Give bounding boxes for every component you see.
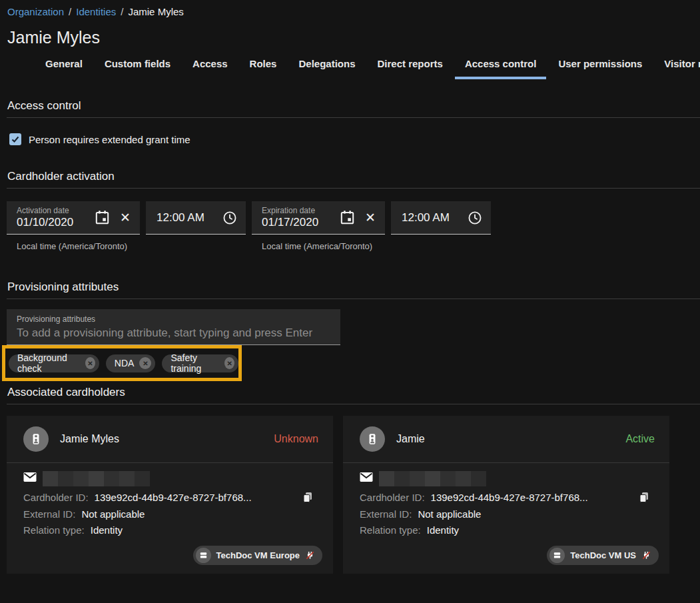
cardholder-id-row: Cardholder ID: 139e92cd-44b9-427e-8727-b… bbox=[23, 490, 318, 506]
chip-remove-icon[interactable]: ✕ bbox=[139, 357, 151, 369]
activation-timezone-note: Local time (America/Toronto) bbox=[17, 241, 246, 251]
server-badge[interactable]: TechDoc VM US bbox=[547, 546, 659, 565]
tab-access-control[interactable]: Access control bbox=[455, 58, 547, 79]
badge-avatar-icon bbox=[29, 432, 43, 446]
external-id-label: External ID: bbox=[360, 506, 412, 523]
calendar-icon[interactable] bbox=[95, 210, 110, 225]
email-row bbox=[23, 472, 318, 490]
relation-type-row: Relation type: Identity bbox=[360, 522, 655, 539]
provisioning-attributes-section: Provisioning attributes Provisioning att… bbox=[0, 281, 700, 381]
status-badge: Unknown bbox=[274, 433, 318, 445]
chip-nda[interactable]: NDA ✕ bbox=[106, 354, 156, 372]
breadcrumb-separator: / bbox=[69, 6, 71, 17]
expiration-date-field[interactable]: Expiration date 01/17/2020 ✕ bbox=[252, 201, 385, 235]
card-header: Jamie Myles Unknown bbox=[7, 416, 333, 463]
expiration-time-value: 12:00 AM bbox=[402, 211, 468, 225]
cardholder-card[interactable]: Jamie Active Cardholder ID: 139e92cd-44b… bbox=[343, 416, 669, 574]
cardholder-id-label: Cardholder ID: bbox=[23, 490, 89, 506]
server-badge-label: TechDoc VM US bbox=[570, 550, 636, 560]
server-badge[interactable]: TechDoc VM Europe bbox=[193, 546, 322, 565]
tab-user-permissions[interactable]: User permissions bbox=[558, 58, 642, 79]
activation-date-value: 01/10/2020 bbox=[17, 216, 95, 229]
tab-direct-reports[interactable]: Direct reports bbox=[378, 58, 443, 79]
activation-time-field[interactable]: 12:00 AM bbox=[146, 201, 246, 235]
highlight-annotation: Background check ✕ NDA ✕ Safety training… bbox=[2, 345, 242, 381]
disconnected-plug-icon bbox=[641, 550, 651, 560]
cardholder-activation-section: Cardholder activation Activation date 01… bbox=[0, 170, 700, 251]
activation-time-value: 12:00 AM bbox=[157, 211, 222, 225]
chip-safety-training[interactable]: Safety training ✕ bbox=[162, 354, 238, 372]
tab-visitor-management[interactable]: Visitor mana bbox=[664, 58, 700, 79]
chip-remove-icon[interactable]: ✕ bbox=[85, 357, 95, 369]
tab-delegations[interactable]: Delegations bbox=[298, 58, 355, 79]
activation-date-field[interactable]: Activation date 01/10/2020 ✕ bbox=[7, 201, 140, 235]
access-control-section: Access control Person requires extended … bbox=[0, 99, 700, 145]
card-body: Cardholder ID: 139e92cd-44b9-427e-8727-b… bbox=[343, 463, 669, 574]
relation-type-value: Identity bbox=[427, 522, 459, 539]
relation-type-row: Relation type: Identity bbox=[23, 522, 318, 539]
cardholder-id-label: Cardholder ID: bbox=[360, 490, 425, 506]
external-id-label: External ID: bbox=[23, 506, 75, 523]
disconnected-plug-icon bbox=[305, 550, 315, 560]
status-badge: Active bbox=[625, 433, 655, 445]
relation-type-label: Relation type: bbox=[23, 522, 85, 539]
breadcrumb-identities[interactable]: Identities bbox=[76, 6, 116, 17]
copy-icon[interactable] bbox=[302, 491, 313, 506]
chip-remove-icon[interactable]: ✕ bbox=[224, 357, 234, 369]
clear-date-icon[interactable]: ✕ bbox=[365, 210, 376, 225]
checkmark-icon bbox=[11, 135, 19, 143]
cardholder-cards-row: Jamie Myles Unknown Cardholder ID: 139e9… bbox=[7, 416, 700, 574]
cardholder-id-row: Cardholder ID: 139e92cd-44b9-427e-8727-b… bbox=[360, 490, 655, 506]
cardholder-card[interactable]: Jamie Myles Unknown Cardholder ID: 139e9… bbox=[7, 416, 333, 574]
chip-label: NDA bbox=[115, 358, 135, 368]
card-body: Cardholder ID: 139e92cd-44b9-427e-8727-b… bbox=[7, 463, 333, 574]
clock-icon[interactable] bbox=[222, 211, 237, 225]
chip-label: Safety training bbox=[171, 352, 219, 374]
cardholder-id-value: 139e92cd-44b9-427e-8727-bf768... bbox=[431, 490, 588, 506]
section-divider bbox=[7, 404, 700, 404]
tab-roles[interactable]: Roles bbox=[250, 58, 277, 79]
server-icon bbox=[196, 548, 211, 563]
breadcrumb-organization[interactable]: Organization bbox=[7, 6, 64, 17]
extended-grant-checkbox[interactable] bbox=[9, 133, 21, 145]
activation-fields-row: Activation date 01/10/2020 ✕ 12:00 AM Lo… bbox=[7, 201, 700, 251]
associated-cardholders-section: Associated cardholders Jamie Myles Unkno… bbox=[0, 386, 700, 574]
provisioning-input-placeholder: To add a provisioning attribute, start t… bbox=[17, 326, 340, 340]
provisioning-attributes-heading: Provisioning attributes bbox=[7, 281, 700, 294]
avatar bbox=[23, 426, 49, 452]
clear-date-icon[interactable]: ✕ bbox=[120, 210, 131, 225]
expiration-date-group: Expiration date 01/17/2020 ✕ 12:00 AM Lo… bbox=[252, 201, 491, 251]
expiration-time-field[interactable]: 12:00 AM bbox=[391, 201, 491, 235]
tab-general[interactable]: General bbox=[45, 58, 83, 79]
server-icon bbox=[549, 548, 565, 563]
extended-grant-label: Person requires extended grant time bbox=[29, 134, 190, 145]
extended-grant-row: Person requires extended grant time bbox=[9, 133, 700, 145]
external-id-row: External ID: Not applicable bbox=[360, 506, 655, 523]
chip-label: Background check bbox=[17, 352, 80, 374]
copy-icon[interactable] bbox=[638, 491, 649, 506]
tab-access[interactable]: Access bbox=[192, 58, 228, 79]
expiration-timezone-note: Local time (America/Toronto) bbox=[262, 241, 491, 251]
expiration-date-value: 01/17/2020 bbox=[262, 216, 340, 229]
envelope-icon bbox=[23, 472, 37, 482]
breadcrumb-separator: / bbox=[121, 6, 123, 17]
envelope-icon bbox=[360, 472, 373, 482]
provisioning-attributes-input[interactable]: Provisioning attributes To add a provisi… bbox=[7, 309, 340, 345]
calendar-icon[interactable] bbox=[340, 210, 355, 225]
clock-icon[interactable] bbox=[468, 211, 482, 225]
server-badge-label: TechDoc VM Europe bbox=[216, 550, 300, 560]
chip-background-check[interactable]: Background check ✕ bbox=[9, 354, 99, 372]
card-header: Jamie Active bbox=[343, 416, 669, 463]
cardholder-id-value: 139e92cd-44b9-427e-8727-bf768... bbox=[95, 490, 252, 506]
section-divider bbox=[7, 117, 700, 118]
external-id-row: External ID: Not applicable bbox=[23, 506, 318, 523]
tab-custom-fields[interactable]: Custom fields bbox=[105, 58, 171, 79]
breadcrumb-current: Jamie Myles bbox=[128, 6, 183, 17]
expiration-date-label: Expiration date bbox=[262, 206, 340, 216]
section-divider bbox=[7, 299, 700, 299]
relation-type-label: Relation type: bbox=[360, 522, 421, 539]
section-divider bbox=[7, 188, 700, 189]
breadcrumb: Organization/Identities/Jamie Myles bbox=[0, 0, 700, 17]
access-control-heading: Access control bbox=[7, 99, 700, 113]
page-title: Jamie Myles bbox=[7, 28, 700, 47]
